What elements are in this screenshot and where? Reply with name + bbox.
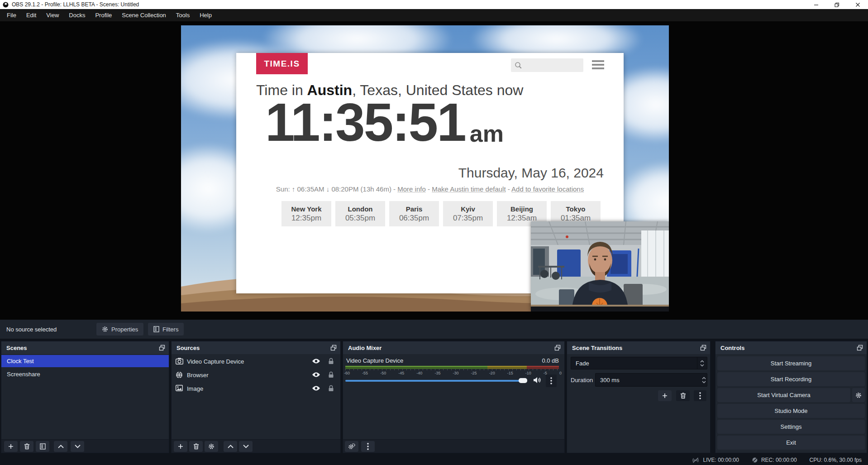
source-item-browser[interactable]: Browser (172, 369, 340, 381)
obs-window: OBS 29.1.2 - Profile: LLHLS BETA - Scene… (0, 0, 868, 465)
popout-icon[interactable] (857, 345, 863, 351)
timeis-date: Thursday, May 16, 2024 (458, 165, 604, 181)
globe-icon (176, 371, 183, 379)
scene-item-screenshare[interactable]: Screenshare (1, 368, 169, 380)
timeis-logo: TIME.IS (256, 53, 308, 74)
remove-source-button[interactable] (189, 441, 203, 452)
volume-slider-handle[interactable] (519, 378, 527, 383)
kebab-menu-icon (699, 392, 701, 399)
add-source-button[interactable] (174, 441, 187, 452)
webcam-overlay (531, 221, 669, 312)
exit-button[interactable]: Exit (717, 436, 865, 450)
rec-time: REC: 00:00:00 (761, 457, 797, 463)
properties-button[interactable]: Properties (96, 323, 143, 336)
menu-file[interactable]: File (2, 9, 21, 21)
transition-select[interactable]: Fade (571, 357, 707, 369)
make-default-link: Make Austin time default (432, 185, 506, 193)
sources-panel: Sources Video Capture Device (171, 341, 341, 453)
popout-icon[interactable] (554, 345, 561, 351)
menu-help[interactable]: Help (195, 9, 217, 21)
main-canvas-area: TIME.IS Time in Austin, Texas, United St… (0, 21, 868, 320)
source-item-video-capture[interactable]: Video Capture Device (172, 355, 340, 368)
scene-item-clock-test[interactable]: Clock Test (1, 355, 169, 367)
add-transition-button[interactable] (658, 390, 672, 401)
chevron-down-icon (75, 445, 81, 448)
menu-edit[interactable]: Edit (21, 9, 41, 21)
city-tile: Paris06:35pm (389, 201, 439, 226)
virtual-camera-config-button[interactable] (852, 388, 865, 402)
lock-icon[interactable] (328, 358, 334, 364)
audio-mixer-title: Audio Mixer (348, 345, 382, 351)
chevron-up-icon (702, 377, 706, 379)
timeis-sun-line: Sun: ↑ 06:35AM ↓ 08:20PM (13h 46m) - Mor… (236, 185, 624, 193)
close-icon[interactable] (847, 0, 868, 9)
advanced-audio-button[interactable] (345, 441, 358, 452)
start-streaming-button[interactable]: Start Streaming (717, 356, 865, 370)
move-scene-up-button[interactable] (54, 441, 67, 452)
move-scene-down-button[interactable] (71, 441, 84, 452)
kebab-menu-icon (367, 443, 369, 450)
scenes-title: Scenes (6, 345, 27, 351)
window-title: OBS 29.1.2 - Profile: LLHLS BETA - Scene… (12, 1, 139, 8)
source-properties-button[interactable] (205, 441, 218, 452)
studio-mode-button[interactable]: Studio Mode (717, 404, 865, 418)
record-inactive-icon (752, 457, 758, 463)
visibility-eye-icon[interactable] (312, 372, 320, 378)
duration-spinner[interactable] (702, 374, 706, 386)
lock-icon[interactable] (328, 371, 334, 378)
camera-icon (176, 358, 183, 364)
chevron-down-icon (243, 445, 249, 448)
mixer-menu-button[interactable] (361, 441, 375, 452)
popout-icon[interactable] (700, 345, 706, 351)
kebab-menu-icon (550, 377, 552, 384)
menu-docks[interactable]: Docks (64, 9, 90, 21)
menu-scene-collection[interactable]: Scene Collection (117, 9, 171, 21)
transition-menu-button[interactable] (694, 390, 706, 401)
duration-input[interactable]: 300 ms (595, 373, 707, 387)
city-tile: London05:35pm (335, 201, 385, 226)
status-bar: LIVE: 00:00:00 REC: 00:00:00 CPU: 0.6%, … (0, 455, 868, 465)
duration-label: Duration (571, 377, 595, 384)
scene-transitions-panel: Scene Transitions Fade Duration 300 ms (567, 341, 711, 453)
controls-panel: Controls Start Streaming Start Recording… (715, 341, 867, 453)
speaker-icon[interactable] (533, 377, 541, 384)
sources-title: Sources (176, 345, 200, 351)
image-icon (176, 385, 183, 391)
menu-tools[interactable]: Tools (171, 9, 195, 21)
mixer-channel-menu-button[interactable] (546, 374, 557, 387)
gear-icon (102, 326, 108, 332)
lock-icon[interactable] (328, 385, 334, 392)
audio-mixer-panel: Audio Mixer Video Capture Device 0.0 dB … (343, 341, 565, 453)
select-spinner[interactable] (697, 357, 707, 369)
visibility-eye-icon[interactable] (312, 385, 320, 391)
popout-icon[interactable] (330, 345, 337, 351)
transition-value: Fade (571, 360, 697, 367)
filters-button[interactable]: Filters (148, 323, 184, 336)
scene-filters-button[interactable] (36, 441, 49, 452)
settings-button[interactable]: Settings (717, 420, 865, 434)
meter-tick-labels: -60-55-50-45-40-35-30-25-20-15-10-50 (344, 371, 562, 375)
start-virtual-camera-button[interactable]: Start Virtual Camera (717, 388, 850, 402)
source-item-image[interactable]: Image (172, 383, 340, 395)
volume-slider[interactable] (345, 380, 521, 382)
live-status: LIVE: 00:00:00 (692, 457, 739, 463)
remove-transition-button[interactable] (676, 390, 690, 401)
remove-scene-button[interactable] (20, 441, 33, 452)
rec-status: REC: 00:00:00 (752, 457, 797, 463)
move-source-up-button[interactable] (224, 441, 237, 452)
chevron-up-icon (700, 360, 704, 363)
preview-canvas[interactable]: TIME.IS Time in Austin, Texas, United St… (181, 25, 669, 312)
mixer-channel-label: Video Capture Device (346, 357, 403, 364)
plus-icon (8, 444, 14, 449)
start-recording-button[interactable]: Start Recording (717, 372, 865, 386)
add-scene-button[interactable] (4, 441, 18, 452)
popout-icon[interactable] (159, 345, 165, 351)
no-source-label: No source selected (6, 326, 57, 333)
visibility-eye-icon[interactable] (312, 358, 320, 364)
restore-icon[interactable] (826, 0, 847, 9)
menu-profile[interactable]: Profile (90, 9, 117, 21)
minimize-icon[interactable] (806, 0, 826, 9)
title-bar: OBS 29.1.2 - Profile: LLHLS BETA - Scene… (0, 0, 868, 9)
move-source-down-button[interactable] (239, 441, 253, 452)
menu-view[interactable]: View (41, 9, 64, 21)
